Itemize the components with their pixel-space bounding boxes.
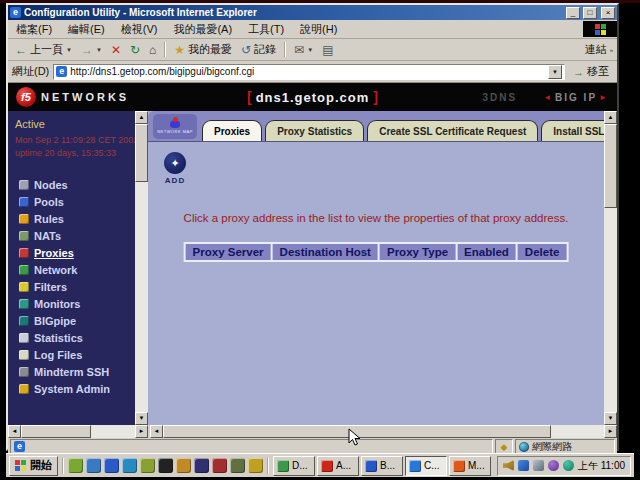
scroll-right-icon[interactable]: ►	[604, 425, 617, 438]
sidebar-item[interactable]: Log Files	[8, 346, 135, 363]
stop-button[interactable]: ✕	[108, 43, 124, 57]
f5-logo-icon: f5	[16, 87, 36, 107]
frame-horizontal-scrollbar[interactable]: ◄ ►	[150, 425, 617, 438]
scroll-right-icon[interactable]: ►	[135, 425, 148, 438]
sidebar-item[interactable]: Mindterm SSH	[8, 363, 135, 380]
messenger-icon[interactable]	[518, 460, 529, 471]
start-button[interactable]: 開始	[9, 456, 58, 476]
sidebar-item-icon	[19, 367, 29, 377]
sidebar-item[interactable]: NATs	[8, 227, 135, 244]
menu-item[interactable]: 工具(T)	[240, 22, 292, 36]
mail-icon: ✉	[294, 44, 304, 56]
close-button[interactable]: ×	[601, 7, 615, 19]
sidebar-item[interactable]: BIGpipe	[8, 312, 135, 329]
table-header-cell[interactable]: Destination Host	[273, 244, 378, 260]
favorites-button[interactable]: ★ 我的最愛	[171, 41, 235, 58]
sidebar-item[interactable]: Monitors	[8, 295, 135, 312]
sidebar-item[interactable]: System Admin	[8, 380, 135, 397]
mail-dropdown-icon[interactable]: ▼	[307, 47, 313, 53]
frame-scroll-track[interactable]	[604, 124, 617, 412]
menu-item[interactable]: 檔案(F)	[8, 22, 60, 36]
sidebar-horizontal-scrollbar[interactable]: ◄ ►	[8, 425, 148, 438]
address-input[interactable]: e http://dns1.getop.com/bigipgui/bigconf…	[53, 64, 565, 80]
frame-hscroll-track[interactable]	[163, 425, 604, 438]
quicklaunch-icon[interactable]	[122, 458, 137, 473]
add-proxy-button[interactable]: ✦ ADD	[164, 152, 186, 185]
quicklaunch-icon[interactable]	[194, 458, 209, 473]
address-url[interactable]: http://dns1.getop.com/bigipgui/bigconf.c…	[70, 66, 545, 77]
scroll-up-icon[interactable]: ▲	[135, 111, 148, 124]
sidebar-scroll-track[interactable]	[135, 124, 148, 412]
maximize-button[interactable]: □	[583, 7, 597, 19]
tab[interactable]: Create SSL Certificate Request	[367, 120, 538, 141]
table-header-cell[interactable]: Proxy Type	[380, 244, 455, 260]
menu-item[interactable]: 檢視(V)	[113, 22, 166, 36]
sidebar-item[interactable]: Rules	[8, 210, 135, 227]
tray-app-teal-icon[interactable]	[563, 460, 574, 471]
quicklaunch-icon[interactable]	[140, 458, 155, 473]
sidebar-vertical-scrollbar[interactable]: ▲ ▼	[135, 111, 148, 425]
go-button[interactable]: → 移至	[569, 63, 613, 80]
history-button[interactable]: ↺ 記錄	[238, 41, 279, 58]
favorites-label: 我的最愛	[188, 42, 232, 57]
scroll-down-icon[interactable]: ▼	[604, 412, 617, 425]
menu-item[interactable]: 編輯(E)	[60, 22, 113, 36]
quicklaunch-icon[interactable]	[230, 458, 245, 473]
tab[interactable]: Install SSL Certifi	[541, 120, 604, 141]
sidebar-hscroll-track[interactable]	[21, 425, 135, 438]
start-label: 開始	[30, 458, 52, 473]
tab[interactable]: Proxies	[202, 120, 262, 141]
window-button-icon	[453, 460, 465, 472]
sidebar-item[interactable]: Pools	[8, 193, 135, 210]
taskbar-window-button[interactable]: M...	[449, 456, 491, 476]
quicklaunch-icon[interactable]	[86, 458, 101, 473]
product-bigip-label: ◄ BIG IP ►	[543, 92, 609, 103]
quicklaunch-icon[interactable]	[104, 458, 119, 473]
quicklaunch-icon[interactable]	[68, 458, 83, 473]
sidebar-scroll-thumb[interactable]	[135, 124, 148, 182]
table-header-cell[interactable]: Enabled	[457, 244, 516, 260]
taskbar-window-button[interactable]: D...	[273, 456, 315, 476]
quicklaunch-icon[interactable]	[158, 458, 173, 473]
quicklaunch-icon[interactable]	[248, 458, 263, 473]
scroll-up-icon[interactable]: ▲	[604, 111, 617, 124]
print-button[interactable]: ▤	[319, 43, 336, 57]
sidebar-hscroll-thumb[interactable]	[21, 425, 91, 438]
print-icon: ▤	[322, 44, 333, 56]
back-dropdown-icon[interactable]: ▼	[66, 47, 72, 53]
sidebar-item[interactable]: Nodes	[8, 176, 135, 193]
table-header-cell[interactable]: Delete	[518, 244, 567, 260]
scroll-left-icon[interactable]: ◄	[150, 425, 163, 438]
status-uptime: uptime 20 days, 15:35:33	[15, 147, 128, 160]
taskbar-window-button[interactable]: B...	[361, 456, 403, 476]
links-bar[interactable]: 連結 »	[585, 42, 613, 57]
quicklaunch-icon[interactable]	[212, 458, 227, 473]
scroll-left-icon[interactable]: ◄	[8, 425, 21, 438]
address-dropdown-button[interactable]: ▼	[548, 65, 562, 79]
forward-dropdown-icon[interactable]: ▼	[96, 47, 102, 53]
sidebar-item[interactable]: Statistics	[8, 329, 135, 346]
frame-scroll-thumb[interactable]	[604, 124, 617, 208]
quicklaunch-icon[interactable]	[176, 458, 191, 473]
home-button[interactable]: ⌂	[146, 43, 159, 57]
tab[interactable]: Proxy Statistics	[265, 120, 364, 141]
menu-item[interactable]: 我的最愛(A)	[165, 22, 240, 36]
display-settings-icon[interactable]	[533, 460, 544, 471]
menu-item[interactable]: 說明(H)	[292, 22, 345, 36]
refresh-button[interactable]: ↻	[127, 43, 143, 57]
sidebar-item[interactable]: Filters	[8, 278, 135, 295]
tray-app-purple-icon[interactable]	[548, 460, 559, 471]
taskbar-window-button[interactable]: C...	[405, 456, 447, 476]
back-button[interactable]: ← 上一頁 ▼	[12, 41, 75, 58]
sidebar-item[interactable]: Proxies	[8, 244, 135, 261]
network-map-button[interactable]: NETWORK MAP	[153, 114, 197, 139]
table-header-cell[interactable]: Proxy Server	[186, 244, 271, 260]
sidebar-item[interactable]: Network	[8, 261, 135, 278]
frame-vertical-scrollbar[interactable]: ▲ ▼	[604, 111, 617, 425]
volume-icon[interactable]	[503, 460, 514, 471]
mail-button[interactable]: ✉ ▼	[291, 43, 316, 57]
scroll-down-icon[interactable]: ▼	[135, 412, 148, 425]
taskbar-window-button[interactable]: A...	[317, 456, 359, 476]
minimize-button[interactable]: _	[566, 7, 580, 19]
forward-button[interactable]: → ▼	[78, 43, 105, 57]
